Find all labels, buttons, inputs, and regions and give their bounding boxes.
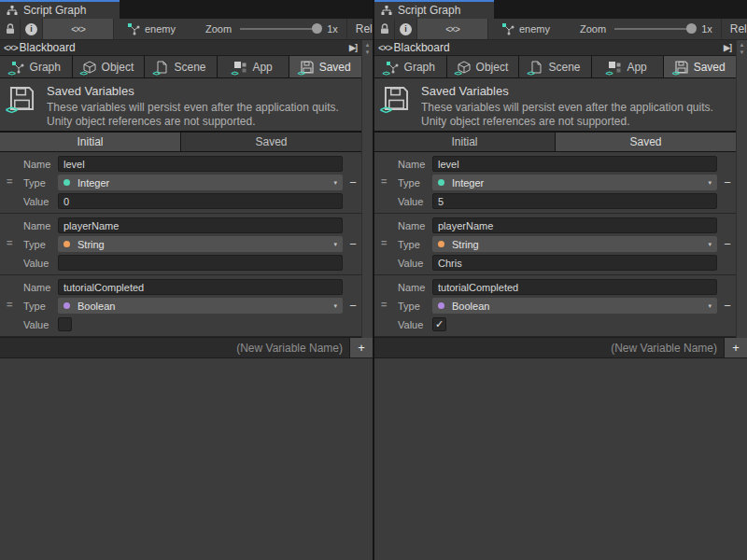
dock-icon[interactable]: ▶] xyxy=(349,43,357,52)
app-tab-icon: <> xyxy=(233,61,247,74)
zoom-value: 1x xyxy=(701,23,712,35)
vs-badge-icon: <> xyxy=(455,70,461,77)
script-graph-icon xyxy=(7,5,18,16)
lock-button[interactable] xyxy=(374,19,395,39)
relations-button[interactable]: Rela xyxy=(721,19,747,39)
add-variable-button[interactable]: + xyxy=(349,338,373,357)
variable-name-input[interactable] xyxy=(432,156,717,172)
type-dropdown[interactable]: Integer ▾ xyxy=(432,175,717,190)
tab-object[interactable]: <> Object xyxy=(73,56,145,77)
drag-handle-icon[interactable]: = xyxy=(381,175,387,187)
zoom-slider-handle[interactable] xyxy=(686,23,697,34)
zoom-slider[interactable] xyxy=(240,28,320,30)
remove-variable-button[interactable]: − xyxy=(719,298,736,314)
drag-handle-icon[interactable]: = xyxy=(7,299,12,310)
variable-card-tutorialCompleted: Name = Type Boolean ▾ − Value xyxy=(0,275,361,337)
scroll-up-icon[interactable]: ▲ xyxy=(740,42,745,48)
tab-app[interactable]: <> App xyxy=(592,56,664,77)
remove-variable-button[interactable]: − xyxy=(345,175,361,190)
tab-label: Graph xyxy=(30,61,61,74)
type-value: String xyxy=(452,239,708,250)
variable-name-input[interactable] xyxy=(58,279,343,295)
type-dropdown[interactable]: Boolean ▾ xyxy=(432,298,717,314)
script-graph-window-tab[interactable]: Script Graph xyxy=(0,0,120,19)
variable-value-input[interactable] xyxy=(432,255,717,271)
info-button[interactable]: i xyxy=(395,19,417,39)
type-dropdown[interactable]: String ▾ xyxy=(58,236,343,252)
drag-handle-icon[interactable]: = xyxy=(7,175,12,187)
tab-saved[interactable]: <> Saved xyxy=(664,56,736,77)
scroll-down-icon[interactable]: ▼ xyxy=(740,49,745,55)
code-view-button[interactable]: <×> xyxy=(43,19,114,39)
type-color-dot xyxy=(438,179,444,186)
remove-variable-button[interactable]: − xyxy=(719,236,736,252)
info-icon: i xyxy=(25,23,37,35)
remove-variable-button[interactable]: − xyxy=(719,175,736,190)
scroll-up-icon[interactable]: ▲ xyxy=(365,42,371,48)
zoom-slider[interactable] xyxy=(614,28,695,30)
variable-value-input[interactable] xyxy=(432,193,717,209)
variables-list: Name = Type Integer ▾ − Value xyxy=(0,152,361,337)
toggle-saved[interactable]: Saved xyxy=(181,133,361,151)
code-view-button[interactable]: <×> xyxy=(417,19,488,39)
toggle-initial[interactable]: Initial xyxy=(0,133,180,151)
code-icon: <×> xyxy=(445,24,459,35)
relations-label: Rela xyxy=(356,22,373,35)
new-variable-input[interactable] xyxy=(0,338,349,357)
variable-value-checkbox[interactable]: ✓ xyxy=(432,317,446,331)
lock-button[interactable] xyxy=(0,19,21,39)
tab-graph[interactable]: <> Graph xyxy=(0,56,72,77)
info-description-line1: These variables will persist even after … xyxy=(47,101,339,115)
type-value: Integer xyxy=(452,177,708,189)
toggle-initial[interactable]: Initial xyxy=(374,133,555,151)
value-label: Value xyxy=(374,196,432,207)
new-variable-row: + xyxy=(374,337,747,358)
variable-name-input[interactable] xyxy=(58,217,343,233)
toggle-saved[interactable]: Saved xyxy=(556,133,736,151)
variable-name-input[interactable] xyxy=(58,156,343,172)
drag-handle-icon[interactable]: = xyxy=(381,237,387,248)
variable-name-input[interactable] xyxy=(432,279,717,295)
dropdown-arrow-icon: ▾ xyxy=(333,179,337,187)
graph-reference[interactable]: enemy xyxy=(501,22,550,35)
type-color-dot xyxy=(438,302,444,309)
tab-object[interactable]: <> Object xyxy=(447,56,519,77)
scrollbar[interactable]: ▲ ▼ xyxy=(361,40,373,338)
info-button[interactable]: i xyxy=(21,19,43,39)
blackboard-panel-left: Script Graph i <×> enemy Zoom xyxy=(0,0,373,560)
type-dropdown[interactable]: String ▾ xyxy=(432,236,717,252)
drag-handle-icon[interactable]: = xyxy=(7,237,12,248)
scrollbar[interactable]: ▲ ▼ xyxy=(736,40,747,338)
info-description-line2: Unity object references are not supporte… xyxy=(47,115,339,129)
variable-card-level: Name = Type Integer ▾ − Value xyxy=(374,152,736,214)
drag-handle-icon[interactable]: = xyxy=(381,299,387,310)
info-description-line2: Unity object references are not supporte… xyxy=(421,115,713,129)
type-dropdown[interactable]: Integer ▾ xyxy=(58,175,343,190)
variable-card-playerName: Name = Type String ▾ − Value xyxy=(0,214,361,275)
graph-reference[interactable]: enemy xyxy=(127,22,176,35)
tab-graph[interactable]: <> Graph xyxy=(374,56,446,77)
info-icon: i xyxy=(400,23,412,35)
relations-button[interactable]: Rela xyxy=(346,19,373,39)
new-variable-input[interactable] xyxy=(374,338,724,357)
dock-icon[interactable]: ▶] xyxy=(724,43,731,52)
add-variable-button[interactable]: + xyxy=(724,338,747,357)
dropdown-arrow-icon: ▾ xyxy=(708,179,712,187)
scroll-down-icon[interactable]: ▼ xyxy=(365,49,371,55)
remove-variable-button[interactable]: − xyxy=(345,298,361,314)
vs-badge-icon: <> xyxy=(8,70,15,77)
remove-variable-button[interactable]: − xyxy=(345,236,361,252)
tab-scene[interactable]: <> Scene xyxy=(145,56,217,77)
tab-saved[interactable]: <> Saved xyxy=(289,56,361,77)
variable-value-input[interactable] xyxy=(58,193,343,209)
variable-value-input[interactable] xyxy=(58,255,343,271)
type-dropdown[interactable]: Boolean ▾ xyxy=(58,298,343,314)
variable-value-checkbox[interactable] xyxy=(58,317,72,331)
script-graph-window-tab[interactable]: Script Graph xyxy=(374,0,494,19)
tab-scene[interactable]: <> Scene xyxy=(519,56,591,77)
variable-name-input[interactable] xyxy=(432,217,717,233)
value-label: Value xyxy=(0,196,58,207)
zoom-slider-handle[interactable] xyxy=(312,23,322,34)
visual-scripting-icon: <×> xyxy=(4,43,18,53)
tab-app[interactable]: <> App xyxy=(218,56,289,77)
